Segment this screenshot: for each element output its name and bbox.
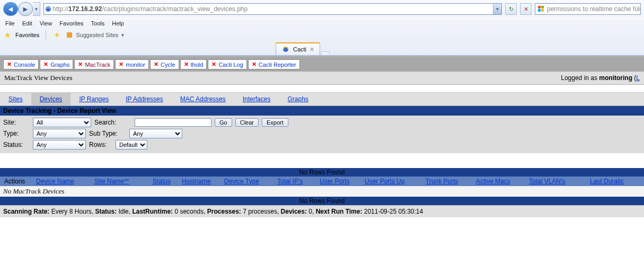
subnav-ipranges[interactable]: IP Ranges <box>70 93 117 105</box>
subnav-interfaces[interactable]: Interfaces <box>234 93 279 105</box>
export-button[interactable]: Export <box>262 118 288 127</box>
svg-rect-2 <box>541 6 544 8</box>
gap <box>0 153 644 168</box>
subtype-select[interactable]: Any <box>129 129 182 138</box>
cacti-tab-console[interactable]: ✕Console <box>3 59 39 69</box>
svg-rect-5 <box>67 32 72 38</box>
col-userports[interactable]: User Ports <box>317 178 363 185</box>
col-lastduration[interactable]: Last Duratic <box>588 178 636 185</box>
status-select[interactable]: Any <box>33 140 86 149</box>
search-label: Search: <box>94 119 131 126</box>
subnav-sites[interactable]: Sites <box>0 93 31 105</box>
cacti-tab-mactrack[interactable]: ✕MacTrack <box>74 59 114 69</box>
close-icon[interactable]: ✕ <box>310 46 314 53</box>
tab-title: Cacti <box>293 46 306 52</box>
menu-tools[interactable]: Tools <box>91 20 105 27</box>
svg-rect-4 <box>541 9 544 12</box>
menu-file[interactable]: File <box>5 20 15 27</box>
col-totalips[interactable]: Total IP's <box>275 178 317 185</box>
favorites-label[interactable]: Favorites <box>15 32 39 38</box>
login-status: Logged in as monitoring (L <box>561 74 640 82</box>
search-input[interactable] <box>135 118 211 127</box>
col-actions: Actions <box>2 178 34 185</box>
col-devicename[interactable]: Device Name <box>34 178 92 185</box>
rows-select[interactable]: Default <box>116 140 147 149</box>
search-text: permissions to realtime cache folder on … <box>547 5 641 13</box>
suggested-icon <box>65 31 74 39</box>
chevron-down-icon: ▼ <box>120 33 125 38</box>
site-select[interactable]: All <box>33 118 91 127</box>
col-sitename[interactable]: Site Name** <box>92 178 151 185</box>
suggested-label: Suggested Sites <box>76 32 118 38</box>
refresh-button[interactable]: ↻ <box>505 3 517 15</box>
page-header: MacTrack View Devices Logged in as monit… <box>0 72 644 85</box>
filter-panel: Site: All Search: Go Clear Export Type: … <box>0 116 644 153</box>
star-icon[interactable]: ★ <box>4 31 11 39</box>
status-label: Status: <box>3 141 30 148</box>
stop-button[interactable]: ✕ <box>520 3 532 15</box>
clear-button[interactable]: Clear <box>235 118 259 127</box>
cacti-tab-log[interactable]: ✕Cacti Log <box>208 59 246 69</box>
add-favorite-icon[interactable]: ✚ <box>52 31 61 39</box>
menu-favorites[interactable]: Favorites <box>59 20 83 27</box>
x-icon: ✕ <box>43 61 48 68</box>
new-tab-button[interactable] <box>321 51 330 55</box>
page-icon <box>44 5 52 13</box>
rows-label: Rows: <box>89 141 112 148</box>
url-text: http://172.16.2.92/cacti/plugins/mactrac… <box>52 5 493 13</box>
x-icon: ✕ <box>211 61 216 68</box>
col-status[interactable]: Status <box>151 178 180 185</box>
address-bar[interactable]: http://172.16.2.92/cacti/plugins/mactrac… <box>43 3 502 15</box>
x-icon: ✕ <box>252 61 257 68</box>
cacti-tab-monitor[interactable]: ✕monitor <box>115 59 149 69</box>
cacti-tab-graphs[interactable]: ✕Graphs <box>40 59 73 69</box>
nav-history-dropdown[interactable]: ▼ <box>33 2 40 16</box>
spacer <box>0 85 644 92</box>
col-activemacs[interactable]: Active Macs <box>474 178 527 185</box>
menu-edit[interactable]: Edit <box>22 20 32 27</box>
subnav-graphs[interactable]: Graphs <box>279 93 316 105</box>
forward-button[interactable]: ► <box>18 2 33 16</box>
ie-icon <box>281 45 290 54</box>
separator <box>46 30 46 40</box>
col-devicetype[interactable]: Device Type <box>222 178 275 185</box>
cacti-tab-reporter[interactable]: ✕Cacti Reporter <box>248 59 300 69</box>
refresh-icon: ↻ <box>509 6 514 13</box>
address-dropdown[interactable]: ▼ <box>493 4 501 14</box>
subtype-label: Sub Type: <box>89 130 126 137</box>
arrow-left-icon: ◄ <box>7 5 14 13</box>
col-userportsup[interactable]: User Ports Up <box>363 178 424 185</box>
browser-chrome: ◄ ► ▼ http://172.16.2.92/cacti/plugins/m… <box>0 0 644 56</box>
cacti-tab-thold[interactable]: ✕thold <box>180 59 207 69</box>
subnav-macaddresses[interactable]: MAC Addresses <box>172 93 234 105</box>
menu-view[interactable]: View <box>40 20 52 27</box>
suggested-sites[interactable]: Suggested Sites ▼ <box>65 31 125 39</box>
col-totalvlans[interactable]: Total VLAN's <box>527 178 588 185</box>
x-icon: ✕ <box>119 61 123 68</box>
menu-help[interactable]: Help <box>112 20 124 27</box>
browser-search[interactable]: permissions to realtime cache folder on … <box>535 3 641 15</box>
x-icon: ✕ <box>78 61 83 68</box>
browser-tab-cacti[interactable]: Cacti ✕ <box>276 42 320 55</box>
table-top-bar: No Rows Found <box>0 168 644 177</box>
cacti-tab-bar: ✕Console ✕Graphs ✕MacTrack ✕monitor ✕Cyc… <box>0 56 644 72</box>
table-headers: Actions Device Name Site Name** Status H… <box>0 177 644 186</box>
col-hostname[interactable]: Hostname <box>180 178 222 185</box>
col-trunkports[interactable]: Trunk Ports <box>424 178 474 185</box>
subnav-ipaddresses[interactable]: IP Addresses <box>117 93 172 105</box>
type-select[interactable]: Any <box>33 129 86 138</box>
page-title: MacTrack View Devices <box>4 74 72 82</box>
empty-message: No MacTrack Devices <box>0 186 644 197</box>
section-title: Device Tracking - Device Report View <box>0 106 644 116</box>
logout-link[interactable]: L <box>636 74 640 82</box>
search-provider-icon <box>537 5 545 13</box>
site-label: Site: <box>3 119 30 126</box>
cacti-tab-cycle[interactable]: ✕Cycle <box>150 59 179 69</box>
status-line: Scanning Rate: Every 8 Hours, Status: Id… <box>0 205 644 217</box>
x-icon: ✕ <box>7 61 12 68</box>
subnav-devices[interactable]: Devices <box>31 93 71 105</box>
go-button[interactable]: Go <box>215 118 232 127</box>
table-bottom-bar: No Rows Found <box>0 197 644 205</box>
sub-nav: Sites Devices IP Ranges IP Addresses MAC… <box>0 92 644 106</box>
back-button[interactable]: ◄ <box>3 2 18 16</box>
